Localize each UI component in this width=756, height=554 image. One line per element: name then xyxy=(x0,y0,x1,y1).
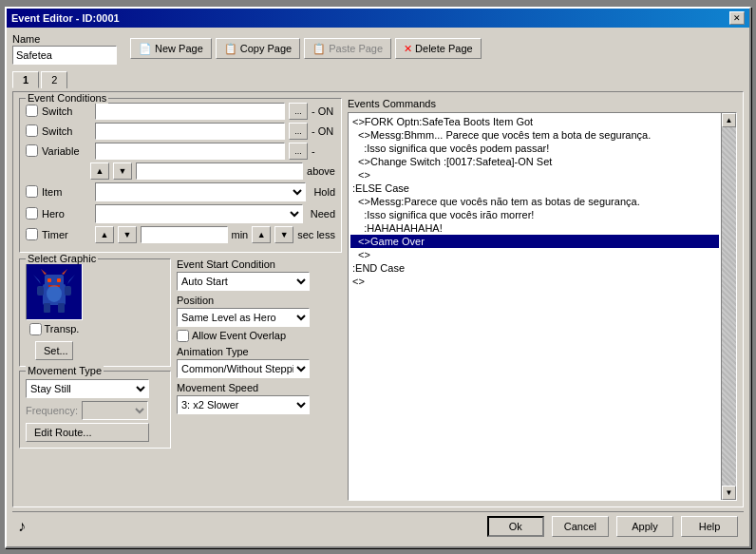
top-buttons: 📄 New Page 📋 Copy Page 📋 Paste Page ✕ De… xyxy=(130,38,482,59)
svg-rect-8 xyxy=(58,303,65,313)
edit-route-button[interactable]: Edit Route... xyxy=(26,423,149,442)
switch2-row: Switch ... - ON xyxy=(26,123,335,140)
left-panel: Event Conditions Switch ... - ON Switch xyxy=(19,98,342,501)
close-button[interactable]: ✕ xyxy=(729,11,745,25)
right-panel: Events Commands <>FORK Optn:SafeTea Boot… xyxy=(348,98,737,501)
event-line[interactable]: <>Messg:Parece que vocês não tem as bota… xyxy=(350,195,719,208)
events-commands-wrapper: <>FORK Optn:SafeTea Boots Item Got <>Mes… xyxy=(348,112,737,501)
svg-rect-10 xyxy=(65,286,71,296)
music-icon: ♪ xyxy=(18,518,26,535)
event-line[interactable]: <>Messg:Bhmm... Parece que vocês tem a b… xyxy=(350,128,719,142)
animation-type-select[interactable]: Common/Without Stepping xyxy=(177,359,310,378)
item-select[interactable] xyxy=(95,182,306,201)
name-input[interactable] xyxy=(12,46,117,65)
new-page-button[interactable]: 📄 New Page xyxy=(130,38,212,59)
variable-picker-btn[interactable]: ... xyxy=(289,143,308,160)
movement-speed-select[interactable]: 3: x2 Slower xyxy=(177,395,310,414)
title-bar: Event Editor - ID:0001 ✕ xyxy=(7,9,749,28)
event-line[interactable]: <>Change Switch :[0017:Safetea]-ON Set xyxy=(350,155,719,168)
event-line[interactable]: <> xyxy=(350,275,719,288)
switch1-checkbox[interactable] xyxy=(26,105,38,117)
need-label: Need xyxy=(311,208,335,220)
allow-overlap-checkbox[interactable] xyxy=(177,330,189,342)
frequency-select[interactable] xyxy=(82,401,148,420)
svg-rect-9 xyxy=(37,286,44,296)
graphic-preview xyxy=(26,263,83,320)
select-graphic-group: Select Graphic xyxy=(19,258,171,367)
switch1-field[interactable] xyxy=(95,103,285,120)
paste-page-icon: 📋 xyxy=(312,43,326,55)
apply-button[interactable]: Apply xyxy=(616,516,673,537)
copy-page-button[interactable]: 📋 Copy Page xyxy=(216,38,300,59)
hero-checkbox[interactable] xyxy=(26,207,38,220)
position-select[interactable]: Same Level as Hero xyxy=(177,308,310,327)
switch2-checkbox[interactable] xyxy=(26,124,38,137)
event-line[interactable]: <> xyxy=(350,248,719,261)
delete-page-button[interactable]: ✕ Delete Page xyxy=(395,38,482,59)
timer-min-label: min xyxy=(232,229,249,240)
item-checkbox[interactable] xyxy=(26,185,38,198)
event-line[interactable]: :Isso significa que vocês podem passar! xyxy=(350,142,719,155)
help-button[interactable]: Help xyxy=(681,516,738,537)
timer-checkbox[interactable] xyxy=(26,228,38,240)
paste-page-button[interactable]: 📋 Paste Page xyxy=(304,38,391,59)
movement-speed-section: Movement Speed 3: x2 Slower xyxy=(177,382,342,414)
hero-label: Hero xyxy=(42,208,91,220)
switch1-picker-btn[interactable]: ... xyxy=(289,103,308,120)
svg-marker-11 xyxy=(33,275,41,284)
scroll-up-btn[interactable]: ▲ xyxy=(722,113,736,127)
variable-label: Variable xyxy=(42,145,91,157)
tab-1[interactable]: 1 xyxy=(12,71,39,88)
allow-overlap-label: Allow Event Overlap xyxy=(192,330,286,341)
item-row: Item Hold xyxy=(26,182,335,201)
events-list[interactable]: <>FORK Optn:SafeTea Boots Item Got <>Mes… xyxy=(349,113,721,500)
hero-select[interactable] xyxy=(95,204,303,223)
switch2-field[interactable] xyxy=(95,123,285,140)
var-down-btn[interactable]: ▼ xyxy=(113,162,132,180)
timer-sec-down-btn[interactable]: ▼ xyxy=(274,226,293,243)
movement-type-group: Movement Type Stay Still Frequency: xyxy=(19,371,171,449)
transp-checkbox[interactable] xyxy=(29,323,42,335)
event-start-select[interactable]: Auto Start xyxy=(177,272,310,291)
scroll-down-btn[interactable]: ▼ xyxy=(722,486,736,500)
timer-up-btn[interactable]: ▲ xyxy=(95,226,114,243)
variable-suffix: - xyxy=(312,145,335,157)
switch2-on-label: - ON xyxy=(312,125,335,137)
event-line[interactable]: <>FORK Optn:SafeTea Boots Item Got xyxy=(350,115,719,128)
timer-sec-up-btn[interactable]: ▲ xyxy=(252,226,271,243)
variable-field[interactable] xyxy=(95,143,285,160)
event-line[interactable]: :Isso significa que vocês irão morrer! xyxy=(350,208,719,221)
svg-rect-7 xyxy=(44,303,50,313)
set-button[interactable]: Set... xyxy=(35,341,73,360)
event-start-section: Event Start Condition Auto Start xyxy=(177,258,342,291)
above-label: above xyxy=(307,165,335,177)
event-conditions-title: Event Conditions xyxy=(26,92,108,104)
variable-sub-row: ▲ ▼ above xyxy=(90,162,335,180)
event-line[interactable]: :ELSE Case xyxy=(350,181,719,195)
movement-type-select[interactable]: Stay Still xyxy=(26,379,149,398)
variable-row: Variable ... - xyxy=(26,143,335,160)
name-label: Name xyxy=(12,33,117,45)
bottom-left: ♪ xyxy=(18,518,26,535)
hold-label: Hold xyxy=(313,186,335,198)
timer-down-btn[interactable]: ▼ xyxy=(118,226,137,243)
cancel-button[interactable]: Cancel xyxy=(552,516,609,537)
event-config-panel: Event Start Condition Auto Start Positio… xyxy=(177,258,342,449)
variable-value-field[interactable] xyxy=(136,162,303,180)
scrollbar-vertical[interactable]: ▲ ▼ xyxy=(721,113,736,500)
event-line[interactable]: <>Game Over xyxy=(350,235,719,248)
var-up-btn[interactable]: ▲ xyxy=(90,162,109,180)
animation-type-section: Animation Type Common/Without Stepping xyxy=(177,346,342,378)
event-line[interactable]: <> xyxy=(350,168,719,181)
switch2-picker-btn[interactable]: ... xyxy=(289,123,308,140)
event-line[interactable]: :END Case xyxy=(350,261,719,275)
tab-2[interactable]: 2 xyxy=(41,71,67,88)
variable-checkbox[interactable] xyxy=(26,144,38,157)
lower-left: Select Graphic xyxy=(19,258,342,449)
copy-page-icon: 📋 xyxy=(224,43,237,55)
timer-min-field[interactable] xyxy=(141,226,228,243)
event-line[interactable]: :HAHAHAHAHA! xyxy=(350,221,719,235)
timer-sec-label: sec less xyxy=(297,229,335,240)
select-graphic-title: Select Graphic xyxy=(26,253,98,264)
ok-button[interactable]: Ok xyxy=(487,516,544,537)
